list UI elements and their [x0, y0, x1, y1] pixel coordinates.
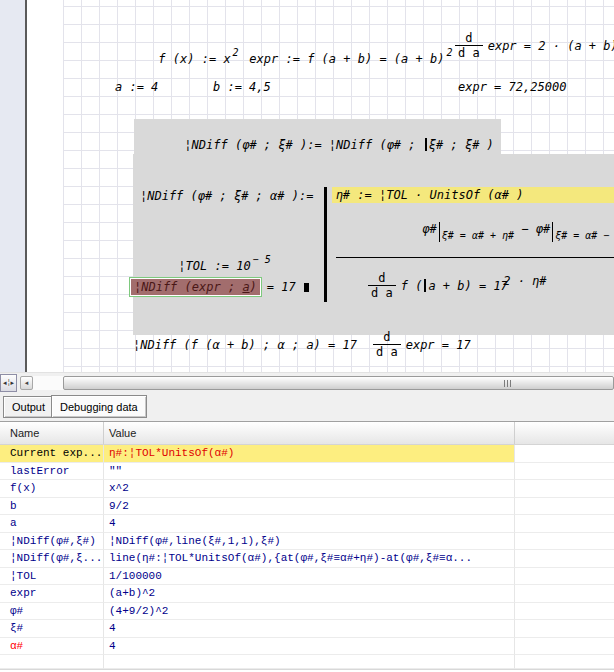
- eval-at-bar: [552, 222, 553, 242]
- table-row[interactable]: lastError"": [0, 463, 614, 481]
- table-row[interactable]: a4: [0, 515, 614, 533]
- row-extra-cell: [515, 515, 614, 533]
- row-name-cell: ¦NDiff(φ#,ξ...: [0, 550, 104, 568]
- row-extra-cell: [515, 568, 614, 586]
- row-name-cell: f(x): [0, 480, 104, 498]
- table-row[interactable]: Current exp...η#:¦TOL*UnitsOf(α#): [0, 445, 614, 463]
- table-row[interactable]: ¦NDiff(φ#,ξ#)¦NDiff(φ#,line(ξ#,1,1),ξ#): [0, 533, 614, 551]
- row-extra-cell: [515, 480, 614, 498]
- row-value-cell: ¦NDiff(φ#,line(ξ#,1,1),ξ#): [104, 533, 515, 551]
- worksheet-left-margin: [0, 0, 25, 372]
- expr-derivative-1[interactable]: dd a expr = 2 · (a + b): [455, 32, 614, 59]
- row-extra-cell: [515, 550, 614, 568]
- table-body: Current exp...η#:¦TOL*UnitsOf(α#)lastErr…: [0, 445, 614, 655]
- row-name-cell: a: [0, 515, 104, 533]
- expr-b-definition[interactable]: b := 4,5: [213, 80, 271, 94]
- debug-table: Name Value Current exp...η#:¦TOL*UnitsOf…: [0, 421, 614, 672]
- column-header-extra: [515, 422, 614, 444]
- row-value-cell: 4: [104, 620, 515, 638]
- row-value-cell: (4+9/2)^2: [104, 603, 515, 621]
- tab-debugging-data[interactable]: Debugging data: [51, 395, 147, 418]
- system-line-bar: [324, 187, 327, 302]
- horizontal-scrollbar[interactable]: [33, 376, 614, 390]
- column-header-name[interactable]: Name: [0, 422, 104, 444]
- horizontal-scroll-strip: ◂╎▸ ◂: [0, 372, 614, 392]
- expr-ndiff-selected[interactable]: ¦NDiff (expr ; a) = 17: [129, 277, 309, 297]
- row-value-cell: 4: [104, 638, 515, 656]
- expr-derivative-2[interactable]: dd a f (a + b) = 17: [368, 272, 508, 299]
- row-name-cell: α#: [0, 638, 104, 656]
- eval-at-bar: [439, 222, 440, 242]
- line-placeholder-bar: [424, 279, 426, 292]
- row-extra-cell: [515, 463, 614, 481]
- expr-expr-value[interactable]: expr = 72,25000: [458, 80, 566, 94]
- split-handle[interactable]: ◂╎▸: [0, 374, 17, 392]
- smath-window: f (x) := x2 expr := f (a + b) = (a + b)2…: [0, 0, 614, 672]
- table-row[interactable]: ¦NDiff(φ#,ξ...line(η#:¦TOL*UnitsOf(α#),{…: [0, 550, 614, 568]
- fraction: dd a: [368, 272, 396, 299]
- expr-ndiff-call[interactable]: ¦NDiff (f (α + b) ; α ; a) = 17: [133, 338, 357, 352]
- row-value-cell: x^2: [104, 480, 515, 498]
- row-value-cell: "": [104, 463, 515, 481]
- worksheet-canvas[interactable]: f (x) := x2 expr := f (a + b) = (a + b)2…: [0, 0, 614, 372]
- table-bottom-line: [0, 669, 614, 670]
- selected-expression: ¦NDiff (expr ; a): [131, 279, 260, 295]
- row-name-cell: b: [0, 498, 104, 516]
- selection-frame: ¦NDiff (expr ; a): [129, 277, 262, 297]
- row-value-cell: line(η#:¦TOL*UnitsOf(α#),{at(φ#,ξ#≡α#+η#…: [104, 550, 515, 568]
- expr-a-definition[interactable]: a := 4: [115, 80, 158, 94]
- panel-tabs: Output Debugging data: [0, 392, 614, 421]
- row-extra-cell: [515, 585, 614, 603]
- page-margin-line: [25, 0, 27, 372]
- table-row[interactable]: α#4: [0, 638, 614, 656]
- line-placeholder-bar: [425, 138, 427, 151]
- row-name-cell: ¦NDiff(φ#,ξ#): [0, 533, 104, 551]
- row-extra-cell: [515, 620, 614, 638]
- scroll-left-button[interactable]: ◂: [20, 376, 33, 390]
- row-name-cell: Current exp...: [0, 445, 104, 463]
- table-row[interactable]: b9/2: [0, 498, 614, 516]
- row-extra-cell: [515, 498, 614, 516]
- table-row[interactable]: ¦TOL1/100000: [0, 568, 614, 586]
- scrollbar-grip-icon: [504, 380, 512, 387]
- empty-row: [0, 655, 614, 669]
- table-row[interactable]: ξ#4: [0, 620, 614, 638]
- row-name-cell: lastError: [0, 463, 104, 481]
- row-value-cell: 9/2: [104, 498, 515, 516]
- row-name-cell: φ#: [0, 603, 104, 621]
- row-value-cell: (a+b)^2: [104, 585, 515, 603]
- table-row[interactable]: φ#(4+9/2)^2: [0, 603, 614, 621]
- row-name-cell: ξ#: [0, 620, 104, 638]
- table-header: Name Value: [0, 422, 614, 445]
- expr-derivative-3[interactable]: dd a expr = 17: [373, 331, 471, 358]
- row-name-cell: ¦TOL: [0, 568, 104, 586]
- current-expression-highlight: η# := ¦TOL · UnitsOf (α# ): [332, 187, 614, 203]
- table-row[interactable]: f(x)x^2: [0, 480, 614, 498]
- row-value-cell: 1/100000: [104, 568, 515, 586]
- horizontal-scrollbar-thumb[interactable]: [63, 376, 614, 390]
- tab-output[interactable]: Output: [3, 396, 54, 418]
- row-name-cell: expr: [0, 585, 104, 603]
- fraction: dd a: [455, 32, 483, 59]
- row-extra-cell: [515, 603, 614, 621]
- fraction: dd a: [373, 331, 401, 358]
- row-extra-cell: [515, 445, 614, 463]
- row-extra-cell: [515, 533, 614, 551]
- row-value-cell: 4: [104, 515, 515, 533]
- edit-cursor: [304, 283, 309, 292]
- row-extra-cell: [515, 638, 614, 656]
- column-header-value[interactable]: Value: [104, 422, 515, 444]
- expr-expr-definition[interactable]: expr := f (a + b) = (a + b)2: [206, 38, 452, 80]
- table-row[interactable]: expr(a+b)^2: [0, 585, 614, 603]
- row-value-cell: η#:¦TOL*UnitsOf(α#): [104, 445, 515, 463]
